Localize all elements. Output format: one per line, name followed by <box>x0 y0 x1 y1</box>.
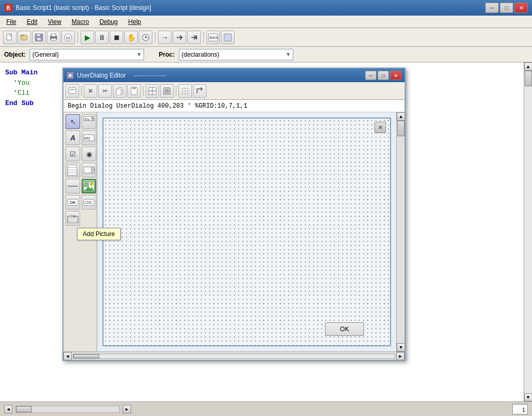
hand-button[interactable]: ✋ <box>124 31 138 44</box>
run-button[interactable]: ▶ <box>81 31 94 44</box>
dialog-close-button[interactable]: ✕ <box>390 71 401 80</box>
tool-cancelbutton[interactable]: CNC <box>82 195 96 210</box>
canvas-close-button[interactable]: ✕ <box>374 122 386 133</box>
dialog-scroll-track-v[interactable] <box>397 121 405 343</box>
close-button[interactable]: ✕ <box>514 3 528 13</box>
macro-button[interactable]: M <box>61 31 75 44</box>
tool-checkbox[interactable]: ☑ <box>66 147 80 161</box>
proc-select[interactable]: (declarations) ▼ <box>179 49 293 60</box>
dialog-maximize-button[interactable]: □ <box>378 71 389 80</box>
tool-picture[interactable] <box>82 179 96 193</box>
scroll-track[interactable] <box>524 71 532 393</box>
tool-pointer[interactable]: ↖ <box>66 114 80 129</box>
hscroll-left-btn[interactable]: ◄ <box>4 405 12 413</box>
svg-text:Grp: Grp <box>70 214 76 218</box>
hscroll-thumb[interactable] <box>16 406 32 412</box>
minimize-button[interactable]: ─ <box>485 3 499 13</box>
dialog-taborder-btn[interactable] <box>193 84 206 98</box>
pause-button[interactable]: ⏸ <box>95 31 109 44</box>
dialog-paste-btn[interactable] <box>127 84 141 98</box>
tool-label[interactable]: A <box>66 131 80 145</box>
new-button[interactable] <box>3 31 17 44</box>
dialog-cursor-btn[interactable] <box>66 84 79 98</box>
watch-button[interactable] <box>139 31 152 44</box>
svg-rect-4 <box>36 34 41 36</box>
dialog-scroll-down[interactable]: ▼ <box>397 343 405 352</box>
step-out-button[interactable] <box>187 31 201 44</box>
svg-rect-42 <box>92 119 95 121</box>
basic-module-button[interactable]: BAS <box>206 31 220 44</box>
dialog-scroll-up[interactable]: ▲ <box>397 112 405 121</box>
menu-file[interactable]: File <box>2 17 20 27</box>
dialog-grid-btn[interactable] <box>178 84 192 98</box>
tool-groupbox[interactable]: Grp <box>66 211 80 226</box>
object-proc-bar: Object: (General) ▼ Proc: (declarations)… <box>0 47 532 62</box>
menu-help[interactable]: Help <box>124 17 146 27</box>
dialog-cut-btn[interactable]: ✂ <box>98 84 112 98</box>
svg-rect-41 <box>92 116 95 119</box>
menu-macro[interactable]: Macro <box>68 17 93 27</box>
tool-hline[interactable] <box>66 179 80 193</box>
object-select[interactable]: (General) ▼ <box>30 49 144 60</box>
dialog-arrange2-btn[interactable] <box>160 84 174 98</box>
dialog-minimize-button[interactable]: ─ <box>365 71 377 80</box>
svg-rect-24 <box>149 87 152 91</box>
tool-radio[interactable]: ◉ <box>82 147 96 161</box>
scroll-thumb[interactable] <box>525 71 532 86</box>
scroll-up-button[interactable]: ▲ <box>524 62 533 71</box>
svg-rect-5 <box>37 37 41 41</box>
menu-bar: File Edit View Macro Debug Help <box>0 16 532 28</box>
menu-edit[interactable]: Edit <box>22 17 42 27</box>
dialog-scroll-right[interactable]: ► <box>396 352 405 360</box>
svg-rect-29 <box>165 89 168 93</box>
tool-listbox[interactable] <box>66 163 80 177</box>
dialog-copy-btn[interactable] <box>113 84 126 98</box>
tool-okbutton[interactable]: OK <box>66 195 80 210</box>
dialog-arrange1-btn[interactable] <box>146 84 159 98</box>
svg-text:M: M <box>66 35 70 41</box>
dialog-scroll-thumb-v[interactable] <box>397 121 405 136</box>
svg-rect-25 <box>152 87 156 91</box>
svg-rect-23 <box>133 87 136 89</box>
svg-rect-18 <box>69 87 76 94</box>
svg-rect-54 <box>85 183 88 187</box>
hscroll-right-btn[interactable]: ► <box>123 405 131 413</box>
dialog-subtitle: ───────── <box>133 73 166 79</box>
separator-1 <box>77 32 78 43</box>
object-dropdown-arrow: ▼ <box>136 51 141 57</box>
menu-debug[interactable]: Debug <box>95 17 122 27</box>
step-into-button[interactable]: → <box>158 31 172 44</box>
horizontal-scrollbar[interactable] <box>16 406 120 413</box>
tool-textbox[interactable]: ab| <box>82 131 96 145</box>
dialog-toolbar-sep-3 <box>176 86 176 96</box>
open-button[interactable] <box>18 31 31 44</box>
svg-text:▼: ▼ <box>93 167 95 173</box>
dialog-vertical-scrollbar[interactable]: ▲ ▼ <box>396 112 405 352</box>
dialog-title-bar: ■ UserDialog Editor ───────── ─ □ ✕ <box>63 69 405 82</box>
dialog-hscroll-track[interactable] <box>73 354 395 359</box>
dialog-canvas[interactable]: ✕ OK <box>102 118 391 346</box>
canvas-ok-button[interactable]: OK <box>325 322 364 336</box>
proc-label: Proc: <box>159 51 175 58</box>
dialog-title-controls: ─ □ ✕ <box>365 71 401 80</box>
dialog-hscroll-thumb[interactable] <box>73 354 99 358</box>
dialog-horizontal-scrollbar[interactable]: ◄ ► <box>63 352 405 360</box>
scroll-down-button[interactable]: ▼ <box>524 393 533 401</box>
dialog-scroll-left[interactable]: ◄ <box>63 352 72 360</box>
step-over-button[interactable] <box>173 31 186 44</box>
save-button[interactable] <box>32 31 46 44</box>
dialog-delete-btn[interactable]: ✕ <box>84 84 97 98</box>
svg-rect-7 <box>51 34 56 36</box>
canvas-grid[interactable]: ✕ OK <box>103 119 390 345</box>
print-button[interactable] <box>47 31 60 44</box>
dialog-module-button[interactable] <box>221 31 235 44</box>
maximize-button[interactable]: □ <box>500 3 513 13</box>
vertical-scrollbar[interactable]: ▲ ▼ <box>524 62 532 401</box>
svg-point-31 <box>185 88 186 89</box>
svg-text:ab|: ab| <box>84 136 90 140</box>
tool-combobox[interactable]: ▼ <box>82 163 96 177</box>
stop-button[interactable]: ⏹ <box>110 31 123 44</box>
tool-spinner[interactable]: XV <box>82 114 96 129</box>
svg-point-32 <box>187 88 188 89</box>
menu-view[interactable]: View <box>44 17 66 27</box>
